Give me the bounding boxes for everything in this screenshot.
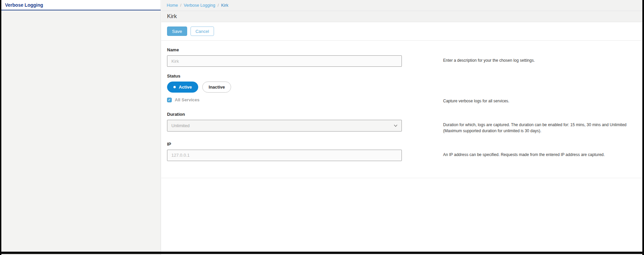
content-footer-area (161, 178, 642, 255)
breadcrumb-separator: / (180, 3, 181, 8)
sidebar-header: Verbose Logging (1, 0, 161, 10)
status-inactive-radio[interactable]: Inactive (202, 82, 231, 93)
breadcrumb-home-link[interactable]: Home (167, 3, 178, 8)
all-services-help-text: Capture verbose logs for all services. (443, 97, 642, 104)
status-inactive-label: Inactive (209, 85, 225, 90)
breadcrumb-current-item[interactable]: Kirk (221, 3, 228, 8)
ip-help-text: An IP address can be specified. Requests… (443, 142, 642, 158)
checkmark-icon: ✓ (168, 98, 171, 102)
all-services-checkbox[interactable]: ✓ (167, 98, 172, 102)
cancel-button[interactable]: Cancel (191, 27, 214, 36)
ip-row: IP An IP address can be specified. Reque… (167, 142, 642, 178)
settings-form: Name Enter a description for your the ch… (161, 41, 642, 178)
breadcrumb: Home / Verbose Logging / Kirk (161, 0, 642, 11)
duration-row: Duration Unlimited Duration for which, l… (167, 112, 642, 134)
window-edge-left (0, 0, 1, 255)
all-services-label: All Services (175, 97, 200, 102)
duration-selected-value: Unlimited (171, 123, 190, 128)
duration-select[interactable]: Unlimited (167, 120, 402, 132)
window-edge-bottom (0, 252, 644, 254)
name-row: Name Enter a description for your the ch… (167, 47, 642, 67)
status-row: Status Active Inactive (167, 73, 642, 93)
status-active-radio[interactable]: Active (167, 82, 198, 93)
save-button[interactable]: Save (167, 27, 187, 36)
sidebar: Verbose Logging (1, 0, 161, 255)
sidebar-title: Verbose Logging (5, 2, 43, 8)
name-help-text: Enter a description for your the chosen … (443, 47, 642, 64)
ip-input[interactable] (167, 150, 402, 161)
app-window: Verbose Logging Home / Verbose Logging /… (0, 0, 644, 255)
status-active-label: Active (179, 85, 192, 90)
all-services-row: ✓ All Services Capture verbose logs for … (167, 97, 642, 104)
radio-dot-icon (173, 86, 176, 88)
main-content: Home / Verbose Logging / Kirk Kirk Save … (161, 0, 642, 255)
name-input[interactable] (167, 55, 402, 67)
name-label: Name (167, 47, 402, 52)
breadcrumb-separator: / (218, 3, 219, 8)
status-pill-group: Active Inactive (167, 82, 402, 93)
chevron-down-icon (394, 124, 397, 127)
page-title: Kirk (167, 13, 177, 20)
breadcrumb-verbose-logging-link[interactable]: Verbose Logging (184, 3, 215, 8)
duration-help-text: Duration for which, logs are captured. T… (443, 112, 642, 134)
status-label: Status (167, 73, 402, 79)
toolbar: Save Cancel (161, 22, 642, 41)
ip-label: IP (167, 142, 402, 147)
window-edge-right (642, 0, 644, 255)
duration-label: Duration (167, 112, 402, 117)
title-bar: Kirk (161, 11, 642, 22)
